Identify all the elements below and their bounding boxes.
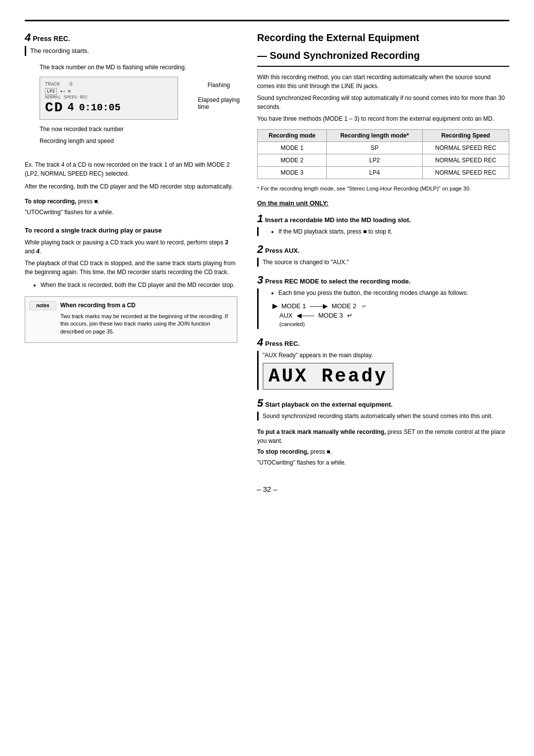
notes-text: Two track marks may be recorded at the b… — [60, 313, 233, 335]
cd-icon: ✦→ ⊙ — [60, 89, 71, 94]
elapsed-label: Elapsed playingtime — [198, 96, 240, 110]
recording-table: Recording mode Recording length mode* Re… — [257, 129, 509, 179]
step3-bullet: Each time you press the button, the reco… — [278, 288, 509, 297]
right-step2-title: Press AUX. — [265, 247, 300, 254]
right-column: Recording the External Equipment — Sound… — [257, 31, 509, 470]
lp2-icon: LP2 — [45, 88, 57, 95]
mode-diagram: ▶ MODE 1 ——▶ MODE 2 ⌐ AUX ◀—— MODE 3 ↵ — [272, 302, 509, 329]
col-speed: Recording Speed — [422, 130, 509, 142]
right-step2-bar: The source is changed to "AUX." — [257, 258, 509, 267]
col-mode: Recording mode — [258, 130, 327, 142]
single-track-desc2: The playback of that CD track is stopped… — [25, 259, 237, 277]
corner-arrow: ⌐ — [362, 302, 366, 310]
right-step1-block: 1 Insert a recordable MD into the MD loa… — [257, 212, 509, 236]
section-subtitle: — Sound Synchronized Recording — [257, 48, 509, 63]
section-title-block: Recording the External Equipment — Sound… — [257, 31, 509, 67]
display-speed-row: NORMAL SPEED REC — [45, 95, 173, 100]
right-step3-title: Press REC MODE to select the recording m… — [265, 278, 410, 285]
md-display-box: TRACK ② LP2 ✦→ ⊙ NORMAL SPEED REC CD 4 0… — [40, 77, 178, 120]
single-track-desc1: While playing back or pausing a CD track… — [25, 238, 237, 256]
right-step2-desc: The source is changed to "AUX." — [263, 258, 509, 267]
step4-header: 4 Press REC. — [25, 31, 237, 44]
aux-label: AUX — [279, 312, 293, 319]
length1: SP — [327, 142, 423, 154]
table-row: MODE 3 LP4 NORMAL SPEED REC — [258, 167, 509, 179]
intro1: With this recording method, you can star… — [257, 73, 509, 91]
right-step5-header: 5 Start playback on the external equipme… — [257, 397, 509, 410]
step3-bullets: Each time you press the button, the reco… — [268, 288, 509, 297]
table-row: MODE 1 SP NORMAL SPEED REC — [258, 142, 509, 154]
display-time: 0:10:05 — [79, 102, 121, 113]
right-to-stop-press: press ■. — [311, 448, 332, 455]
right-step3-number: 3 — [257, 274, 263, 286]
mode1: MODE 1 — [258, 142, 327, 154]
display-diagram: The track number on the MD is flashing w… — [40, 63, 237, 145]
right-step3-header: 3 Press REC MODE to select the recording… — [257, 274, 509, 286]
to-put-track: To put a track mark manually while recor… — [257, 427, 509, 445]
right-step5-block: 5 Start playback on the external equipme… — [257, 397, 509, 421]
after-recording: After the recording, both the CD player … — [25, 182, 237, 191]
mode-row2: AUX ◀—— MODE 3 ↵ — [272, 312, 509, 319]
notes-content: When recording from a CD Two track marks… — [60, 301, 233, 338]
right-step2-header: 2 Press AUX. — [257, 243, 509, 256]
notes-icon: notes — [29, 301, 56, 310]
right-step4-title: Press REC. — [265, 340, 300, 347]
mode3-label: MODE 3 — [318, 312, 343, 319]
intro2: Sound synchronized Recording will stop a… — [257, 94, 509, 111]
mode1-arrow-indicator: ▶ — [272, 302, 277, 310]
to-stop-press: press ■. — [78, 198, 99, 205]
right-step3-bar: Each time you press the button, the reco… — [257, 288, 509, 329]
right-step2-block: 2 Press AUX. The source is changed to "A… — [257, 243, 509, 267]
right-to-stop: To stop recording, press ■. — [257, 447, 509, 456]
table-body: MODE 1 SP NORMAL SPEED REC MODE 2 LP2 NO… — [258, 142, 509, 179]
right-step1-title: Insert a recordable MD into the MD loadi… — [265, 216, 411, 224]
table-row: MODE 2 LP2 NORMAL SPEED REC — [258, 154, 509, 167]
speed2: NORMAL SPEED REC — [422, 154, 509, 167]
step4-title: Press REC. — [33, 35, 70, 43]
arrow1: ——▶ — [310, 302, 328, 310]
step4-block: 4 Press REC. The recording starts. — [25, 31, 237, 56]
aux-ready-display: AUX Ready — [263, 363, 394, 390]
step4-bar: The recording starts. — [25, 46, 237, 56]
recording-length-speed: Recording length and speed — [40, 137, 237, 145]
table-header: Recording mode Recording length mode* Re… — [258, 130, 509, 142]
single-track-title: To record a single track during play or … — [25, 226, 237, 236]
to-stop-recording: To stop recording, press ■. — [25, 197, 237, 206]
single-track-section: To record a single track during play or … — [25, 226, 237, 290]
right-step4-desc: "AUX Ready" appears in the main display. — [263, 351, 509, 360]
right-step5-title: Start playback on the external equipment… — [265, 401, 393, 408]
section-title: Recording the External Equipment — [257, 31, 509, 44]
display-num: CD — [45, 100, 64, 115]
right-step5-desc: Sound synchronized recording starts auto… — [263, 412, 509, 421]
page-number: – 32 – — [25, 485, 509, 493]
right-step5-number: 5 — [257, 397, 263, 410]
display-track-row: TRACK ② — [45, 81, 173, 87]
step1-bullet: If the MD playback starts, press ■ to st… — [278, 227, 509, 236]
bullet1: When the track is recorded, both the CD … — [41, 281, 237, 289]
utoc-flashing-left: "UTOCwriting" flashes for a while. — [25, 208, 237, 217]
intro3: You have three methods (MODE 1 – 3) to r… — [257, 114, 509, 123]
flashing-label: Flashing — [208, 82, 230, 89]
mode2: MODE 2 — [258, 154, 327, 167]
right-step5-bar: Sound synchronized recording starts auto… — [257, 412, 509, 421]
right-step2-number: 2 — [257, 243, 263, 256]
track-note: The track number on the MD is flashing w… — [40, 63, 237, 72]
speed1: NORMAL SPEED REC — [422, 142, 509, 154]
step4-number: 4 — [25, 31, 31, 44]
track-number-display: 4 — [68, 101, 75, 114]
length2: LP2 — [327, 154, 423, 167]
mode1-label: MODE 1 — [281, 302, 306, 310]
right-step4-bar: "AUX Ready" appears in the main display.… — [257, 351, 509, 390]
step4-desc: The recording starts. — [30, 46, 237, 56]
example-text: Ex. The track 4 of a CD is now recorded … — [25, 160, 237, 178]
mode3: MODE 3 — [258, 167, 327, 179]
track-now-recorded: The now recorded track number — [40, 125, 237, 134]
notes-box: notes When recording from a CD Two track… — [25, 296, 237, 343]
right-step4-block: 4 Press REC. "AUX Ready" appears in the … — [257, 336, 509, 390]
left-column: 4 Press REC. The recording starts. The t… — [25, 31, 237, 470]
length3: LP4 — [327, 167, 423, 179]
right-to-stop-label: To stop recording, — [257, 448, 309, 455]
top-rule — [25, 20, 509, 21]
title-rule — [257, 66, 509, 67]
two-col-layout: 4 Press REC. The recording starts. The t… — [25, 31, 509, 470]
